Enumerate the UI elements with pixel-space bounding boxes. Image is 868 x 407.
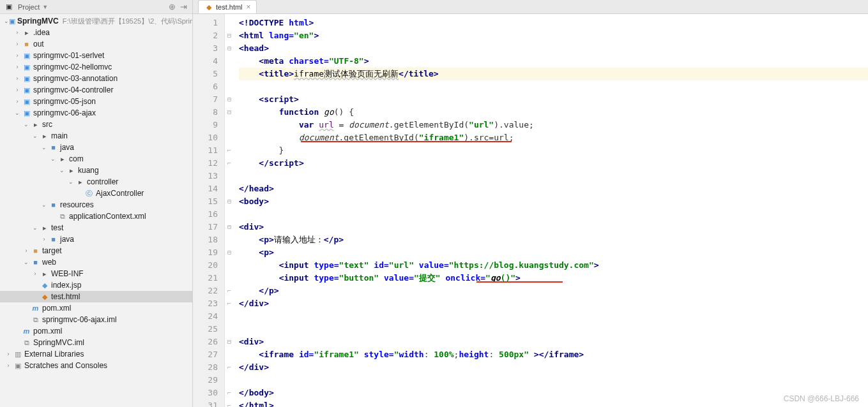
fold-marker[interactable]	[225, 170, 234, 182]
tree-item[interactable]: ›▸WEB-INF	[0, 268, 192, 279]
tree-item[interactable]: ›■out	[0, 38, 192, 50]
line-number[interactable]: 21	[195, 272, 218, 285]
code-line[interactable]: <input type="text" id="url" value="https…	[239, 259, 868, 272]
fold-marker[interactable]: ⌐	[225, 361, 234, 374]
line-number[interactable]: 1	[195, 17, 218, 29]
tree-toggle[interactable]: ⌄	[13, 110, 22, 116]
fold-marker[interactable]	[225, 182, 234, 195]
code-line[interactable]: </div>	[239, 297, 868, 310]
line-number[interactable]: 5	[195, 68, 218, 80]
line-number[interactable]: 25	[195, 323, 218, 336]
code-line[interactable]: </html>	[239, 399, 868, 407]
tree-item[interactable]: ·⧉applicationContext.xml	[0, 211, 192, 222]
tree-item[interactable]: ·◆test.html	[0, 291, 192, 302]
code-line[interactable]: document.getElementById("iframe1").src=u…	[239, 131, 868, 144]
tree-item[interactable]: ›▣springmvc-03-annotation	[0, 73, 192, 84]
code-line[interactable]: <body>	[239, 195, 868, 208]
tree-item[interactable]: ·ⓒAjaxController	[0, 188, 192, 199]
fold-marker[interactable]	[225, 17, 234, 29]
code-line[interactable]: <div>	[239, 336, 868, 348]
fold-marker[interactable]: ⌐	[225, 157, 234, 170]
code-line[interactable]: </script>	[239, 157, 868, 170]
tree-toggle[interactable]: ⌄	[31, 133, 40, 139]
code-line[interactable]	[239, 323, 868, 336]
fold-marker[interactable]	[225, 310, 234, 323]
line-number[interactable]: 3	[195, 42, 218, 55]
tree-item[interactable]: ›▣springmvc-01-serlvet	[0, 50, 192, 61]
tree-toggle[interactable]: ⌄	[49, 156, 57, 162]
tree-root[interactable]: ⌄▣SpringMVCF:\班级管理\西开【19525】\2、代码\Spring…	[0, 15, 192, 27]
tree-toggle[interactable]: ⌄	[66, 179, 75, 185]
code-line[interactable]	[239, 170, 868, 182]
line-number[interactable]: 17	[195, 221, 218, 233]
line-number[interactable]: 4	[195, 55, 218, 68]
tree-toggle[interactable]: ›	[13, 52, 22, 59]
code-line[interactable]: <iframe id="iframe1" style="width: 100%;…	[239, 348, 868, 361]
line-number[interactable]: 15	[195, 195, 218, 208]
tree-toggle[interactable]: ⌄	[4, 18, 9, 24]
line-number[interactable]: 20	[195, 259, 218, 272]
scratches[interactable]: ›▣Scratches and Consoles	[0, 360, 192, 371]
fold-marker[interactable]: ⊟	[225, 195, 234, 208]
tree-item[interactable]: ⌄▸controller	[0, 176, 192, 188]
line-number[interactable]: 18	[195, 233, 218, 246]
code-line[interactable]: </head>	[239, 182, 868, 195]
code-line[interactable]: </p>	[239, 285, 868, 297]
tree-toggle[interactable]: ⌄	[57, 167, 66, 174]
tab-test-html[interactable]: ◆ test.html ×	[198, 0, 257, 13]
tree-toggle[interactable]: ⌄	[22, 259, 31, 265]
tree-toggle[interactable]: ›	[4, 362, 13, 369]
fold-marker[interactable]	[225, 272, 234, 285]
fold-marker[interactable]	[225, 119, 234, 131]
tree-toggle[interactable]: ›	[13, 29, 22, 36]
code-line[interactable]: <p>请输入地址：</p>	[239, 233, 868, 246]
line-number[interactable]: 7	[195, 93, 218, 106]
fold-marker[interactable]: ⊟	[225, 42, 234, 55]
tree-toggle[interactable]: ›	[31, 270, 40, 277]
code-line[interactable]: <input type="button" value="提交" onclick=…	[239, 272, 868, 285]
fold-marker[interactable]: ⌐	[225, 144, 234, 157]
tree-item[interactable]: ⌄▸main	[0, 130, 192, 142]
fold-marker[interactable]	[225, 348, 234, 361]
line-number[interactable]: 24	[195, 310, 218, 323]
fold-marker[interactable]: ⌐	[225, 399, 234, 407]
tree-item[interactable]: ⌄■resources	[0, 199, 192, 211]
fold-marker[interactable]: ⊟	[225, 221, 234, 233]
tree-item[interactable]: ⌄■web	[0, 256, 192, 268]
tree-item[interactable]: ·mpom.xml	[0, 302, 192, 314]
line-number[interactable]: 14	[195, 182, 218, 195]
tree-item[interactable]: ⌄▸com	[0, 153, 192, 165]
tree-toggle[interactable]: ›	[13, 87, 22, 93]
code-line[interactable]: <p>	[239, 246, 868, 259]
tree-item[interactable]: ›■java	[0, 233, 192, 245]
project-tree[interactable]: ⌄▣SpringMVCF:\班级管理\西开【19525】\2、代码\Spring…	[0, 14, 192, 407]
tree-item[interactable]: ⌄▣springmvc-06-ajax	[0, 107, 192, 119]
tree-toggle[interactable]: ⌄	[31, 225, 40, 231]
code-line[interactable]	[239, 80, 868, 93]
code-line[interactable]	[239, 208, 868, 221]
tree-toggle[interactable]: ⌄	[40, 144, 49, 151]
line-number[interactable]: 28	[195, 361, 218, 374]
tree-item[interactable]: ›▣springmvc-04-controller	[0, 84, 192, 96]
tree-item[interactable]: ›▸.idea	[0, 27, 192, 38]
fold-marker[interactable]	[225, 323, 234, 336]
line-number[interactable]: 27	[195, 348, 218, 361]
tree-item[interactable]: ⌄▸test	[0, 222, 192, 233]
locate-icon[interactable]: ⊕	[167, 2, 177, 12]
fold-marker[interactable]	[225, 55, 234, 68]
line-number[interactable]: 30	[195, 387, 218, 399]
code-editor[interactable]: <!DOCTYPE html><html lang="en"><head> <m…	[234, 14, 868, 407]
fold-marker[interactable]: ⊟	[225, 336, 234, 348]
chevron-down-icon[interactable]: ▼	[42, 4, 48, 10]
tree-item[interactable]: ·mpom.xml	[0, 325, 192, 337]
code-line[interactable]: <head>	[239, 42, 868, 55]
fold-marker[interactable]	[225, 208, 234, 221]
collapse-icon[interactable]: ⇥	[178, 2, 188, 12]
fold-marker[interactable]	[225, 233, 234, 246]
line-number[interactable]: 11	[195, 144, 218, 157]
fold-marker[interactable]	[225, 374, 234, 387]
tree-toggle[interactable]: ›	[40, 236, 49, 242]
close-icon[interactable]: ×	[247, 3, 251, 11]
fold-marker[interactable]: ⊟	[225, 29, 234, 42]
line-number[interactable]: 19	[195, 246, 218, 259]
